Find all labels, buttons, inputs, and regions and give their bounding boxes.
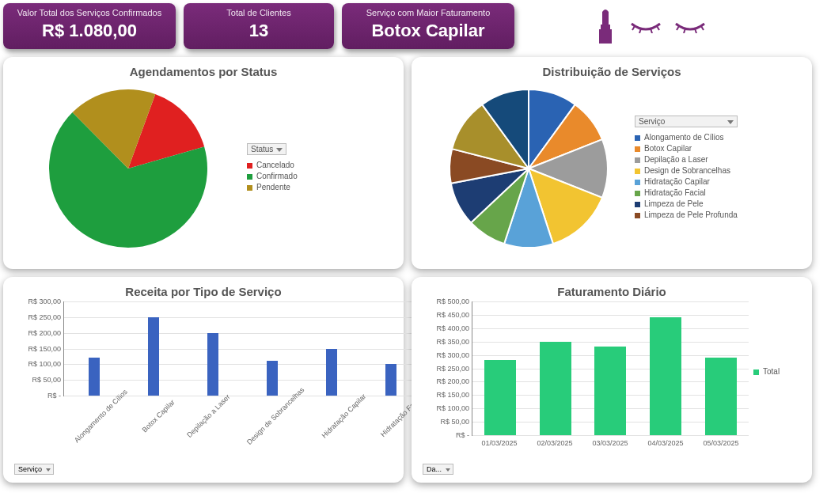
legend-item[interactable]: Alongamento de Cílios bbox=[635, 133, 761, 142]
swatch-icon bbox=[247, 185, 252, 191]
bar bbox=[594, 347, 626, 435]
svg-rect-1 bbox=[601, 25, 610, 31]
legend-label: Design de Sobrancelhas bbox=[644, 166, 730, 175]
kpi-label: Serviço com Maior Faturamento bbox=[350, 8, 506, 17]
y-tick: R$ 200,00 bbox=[18, 329, 61, 337]
y-tick: R$ 200,00 bbox=[427, 377, 469, 385]
legend-label: Limpeza de Pele bbox=[644, 199, 704, 208]
swatch-icon bbox=[635, 169, 640, 174]
chart-title: Receita por Tipo de Serviço bbox=[17, 285, 389, 298]
legend-label: Depilação a Laser bbox=[644, 155, 708, 164]
bar bbox=[148, 317, 159, 396]
swatch-icon bbox=[635, 191, 640, 196]
legend-label: Cancelado bbox=[256, 161, 294, 169]
svg-rect-0 bbox=[599, 29, 612, 44]
card-daily-revenue: Faturamento Diário R$ 500,00R$ 450,00R$ … bbox=[412, 277, 812, 483]
lashes-icon bbox=[674, 19, 706, 33]
legend-label: Botox Capilar bbox=[644, 144, 692, 153]
y-tick: R$ 100,00 bbox=[427, 404, 469, 412]
kpi-label: Valor Total dos Serviços Confirmados bbox=[11, 8, 168, 17]
service-pie-chart bbox=[426, 81, 632, 256]
swatch-icon bbox=[635, 180, 640, 185]
legend-label: Hidratação Capilar bbox=[644, 177, 710, 186]
y-tick: R$ 150,00 bbox=[427, 391, 469, 399]
filter-dropdown[interactable]: Da... bbox=[423, 464, 453, 475]
y-tick: R$ 300,00 bbox=[18, 297, 61, 305]
x-tick: 05/03/2025 bbox=[693, 436, 749, 447]
kpi-total-confirmed: Valor Total dos Serviços Confirmados R$ … bbox=[3, 3, 176, 49]
legend-label: Alongamento de Cílios bbox=[644, 133, 724, 142]
status-legend: Status CanceladoConfirmadoPendente bbox=[247, 143, 298, 194]
swatch-icon bbox=[635, 157, 640, 163]
kpi-row: Valor Total dos Serviços Confirmados R$ … bbox=[3, 3, 824, 49]
svg-line-5 bbox=[657, 26, 659, 30]
y-tick: R$ 250,00 bbox=[427, 365, 469, 373]
bar bbox=[705, 358, 737, 435]
y-tick: R$ 150,00 bbox=[18, 345, 61, 353]
swatch-icon bbox=[635, 146, 640, 152]
bar bbox=[89, 358, 100, 396]
legend-item[interactable]: Pendente bbox=[247, 183, 298, 191]
filter-dropdown[interactable]: Serviço bbox=[14, 464, 54, 475]
bar bbox=[650, 317, 681, 435]
x-tick: 02/03/2025 bbox=[527, 436, 582, 447]
kpi-total-clients: Total de Clientes 13 bbox=[184, 3, 334, 49]
legend-item[interactable]: Botox Capilar bbox=[635, 144, 761, 153]
swatch-icon bbox=[753, 369, 759, 375]
card-service-pie: Distribuição de Serviços Serviço Alongam… bbox=[412, 57, 812, 269]
status-pie-chart bbox=[17, 81, 239, 256]
lashes-icon bbox=[630, 19, 662, 33]
x-tick: 01/03/2025 bbox=[472, 436, 527, 447]
chart-title: Distribuição de Serviços bbox=[426, 65, 798, 78]
svg-line-6 bbox=[677, 26, 679, 30]
y-tick: R$ 500,00 bbox=[427, 297, 469, 305]
y-tick: R$ 300,00 bbox=[427, 351, 469, 359]
bar bbox=[540, 342, 571, 435]
swatch-icon bbox=[635, 135, 640, 141]
legend-dropdown[interactable]: Status bbox=[247, 143, 286, 155]
bar bbox=[267, 361, 278, 396]
y-tick: R$ 50,00 bbox=[427, 418, 469, 426]
legend-label: Pendente bbox=[256, 183, 290, 191]
kpi-label: Total de Clientes bbox=[192, 8, 326, 17]
daily-bar-chart: R$ 500,00R$ 450,00R$ 400,00R$ 350,00R$ 3… bbox=[472, 301, 749, 436]
y-tick: R$ 100,00 bbox=[18, 360, 61, 368]
legend-item[interactable]: Confirmado bbox=[247, 172, 298, 180]
bar bbox=[484, 360, 516, 435]
y-tick: R$ 400,00 bbox=[427, 324, 469, 332]
lipstick-icon bbox=[594, 7, 617, 45]
legend-item[interactable]: Limpeza de Pele bbox=[635, 199, 761, 208]
svg-line-9 bbox=[701, 26, 704, 30]
legend-item[interactable]: Design de Sobrancelhas bbox=[635, 166, 761, 175]
kpi-value: R$ 1.080,00 bbox=[11, 21, 168, 41]
legend-item[interactable]: Hidratação Facial bbox=[635, 188, 761, 197]
legend-item[interactable]: Limpeza de Pele Profunda bbox=[635, 210, 761, 219]
y-tick: R$ - bbox=[18, 392, 61, 400]
card-status-pie: Agendamentos por Status Status Cancelado… bbox=[3, 57, 404, 269]
legend-item[interactable]: Cancelado bbox=[247, 161, 298, 169]
swatch-icon bbox=[635, 213, 640, 218]
legend-item[interactable]: Depilação a Laser bbox=[635, 155, 761, 164]
daily-legend: Total bbox=[753, 301, 798, 447]
kpi-value: 13 bbox=[192, 21, 326, 41]
y-tick: R$ 450,00 bbox=[427, 311, 469, 319]
legend-dropdown[interactable]: Serviço bbox=[635, 116, 738, 127]
y-tick: R$ 350,00 bbox=[427, 338, 469, 346]
bar bbox=[326, 349, 337, 396]
swatch-icon bbox=[635, 202, 640, 207]
y-tick: R$ 250,00 bbox=[18, 313, 61, 321]
swatch-icon bbox=[247, 163, 252, 169]
legend-item[interactable]: Hidratação Capilar bbox=[635, 177, 761, 186]
x-tick: 03/03/2025 bbox=[582, 436, 638, 447]
legend-label: Confirmado bbox=[256, 172, 298, 180]
legend-label: Limpeza de Pele Profunda bbox=[644, 210, 738, 219]
bar bbox=[385, 364, 396, 396]
y-tick: R$ 50,00 bbox=[18, 376, 61, 384]
chart-title: Faturamento Diário bbox=[426, 285, 798, 298]
chart-title: Agendamentos por Status bbox=[17, 65, 389, 78]
svg-line-2 bbox=[632, 26, 635, 30]
service-legend: Serviço Alongamento de CíliosBotox Capil… bbox=[635, 116, 761, 222]
y-tick: R$ - bbox=[427, 431, 469, 439]
card-revenue-by-service: Receita por Tipo de Serviço R$ 300,00R$ … bbox=[3, 277, 404, 483]
bar bbox=[207, 333, 218, 396]
